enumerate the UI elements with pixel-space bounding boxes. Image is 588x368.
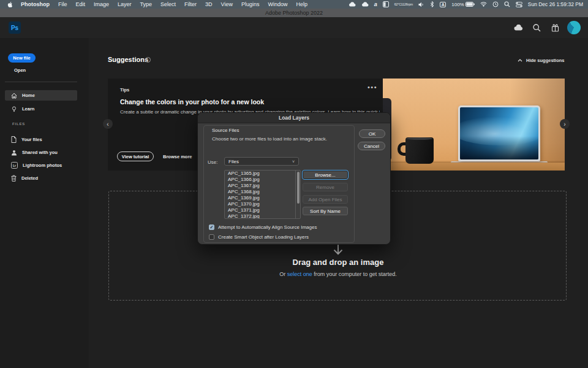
input-source-icon[interactable]: A [440, 2, 446, 7]
apple-menu-icon[interactable] [7, 1, 13, 8]
open-button[interactable]: Open [14, 67, 26, 73]
file-list-item[interactable]: APC_1370.jpg [225, 201, 300, 207]
sidebar-shared-label: Shared with you [22, 150, 58, 155]
home-icon [11, 93, 17, 99]
dropzone-heading: Drag and drop an image [109, 258, 567, 267]
dropzone-subtext: Or select one from your computer to get … [109, 271, 567, 277]
load-layers-dialog: Load Layers Source Files Choose two or m… [197, 112, 391, 245]
remove-button: Remove [303, 183, 348, 191]
sidebar-item-deleted[interactable]: Deleted [5, 173, 77, 183]
carousel-prev-button[interactable]: ‹ [103, 119, 113, 129]
cloud-icon[interactable] [361, 2, 369, 7]
menu-filter[interactable]: Filter [184, 1, 197, 7]
tips-photo [383, 79, 565, 171]
sidebar-item-home[interactable]: Home [5, 90, 77, 101]
hide-suggestions-label: Hide suggestions [526, 58, 565, 63]
window-manager-icon[interactable] [383, 1, 389, 7]
menubar-datetime[interactable]: Sun Dec 26 1:59:32 PM [528, 1, 583, 7]
use-dropdown[interactable]: Files ˅ [224, 157, 299, 166]
sidebar-lightroom-label: Lightroom photos [23, 163, 62, 168]
file-list-item[interactable]: APC_1368.jpg [225, 189, 300, 195]
spotlight-search-icon[interactable] [504, 1, 510, 7]
file-list-item[interactable]: APC_1367.jpg [225, 183, 300, 189]
lightroom-icon: Lr [11, 162, 18, 169]
dialog-instruction: Choose two or more files to load into an… [212, 136, 327, 142]
whats-new-gift-icon[interactable] [550, 23, 560, 32]
info-icon[interactable]: i [145, 57, 151, 63]
file-list-item[interactable]: APC_1369.jpg [225, 195, 300, 201]
menu-image[interactable]: Image [94, 1, 109, 7]
person-icon [11, 150, 17, 156]
temp-value: 62°C [394, 3, 401, 6]
sidebar-item-lightroom[interactable]: Lr Lightroom photos [5, 160, 77, 171]
photo-laptop [458, 105, 540, 161]
view-tutorial-button[interactable]: View tutorial [117, 151, 154, 161]
sidebar-your-files-label: Your files [21, 137, 42, 142]
menu-window[interactable]: Window [268, 1, 288, 7]
suggestions-title: Suggestions [108, 56, 148, 63]
time-machine-icon[interactable] [492, 1, 499, 7]
select-one-link[interactable]: select one [287, 271, 312, 277]
source-files-list[interactable]: APC_1365.jpg APC_1366.jpg APC_1367.jpg A… [224, 170, 301, 219]
sort-by-name-button[interactable]: Sort By Name [303, 207, 348, 215]
sidebar-learn-label: Learn [22, 106, 34, 112]
cloud-sync-icon[interactable] [349, 2, 356, 7]
carousel-next-button[interactable]: › [560, 119, 570, 129]
app-a-icon[interactable]: a [374, 1, 377, 7]
add-open-files-button: Add Open Files [303, 195, 348, 204]
file-list-scrollbar[interactable] [295, 171, 300, 218]
browse-more-button[interactable]: Browse more [163, 154, 192, 159]
scrollbar-thumb[interactable] [297, 172, 300, 204]
sidebar-item-shared[interactable]: Shared with you [5, 147, 77, 158]
sidebar-item-your-files[interactable]: Your files [5, 134, 77, 145]
browse-button[interactable]: Browse... [303, 171, 348, 179]
cancel-button[interactable]: Cancel [358, 142, 385, 150]
photo-mug [405, 137, 434, 164]
photo-laptop-display [460, 107, 538, 159]
volume-icon[interactable] [418, 2, 424, 7]
smart-object-checkbox[interactable]: Create Smart Object after Loading Layers [209, 234, 309, 240]
window-title: Adobe Photoshop 2022 [265, 10, 323, 16]
temp-fan-monitor[interactable]: 62°C 1126rpm [394, 3, 413, 6]
sidebar-divider [5, 82, 77, 82]
file-list-item[interactable]: APC_1371.jpg [225, 207, 300, 213]
menu-3d[interactable]: 3D [205, 1, 213, 7]
tips-label: Tips [120, 87, 129, 93]
menu-edit[interactable]: Edit [76, 1, 86, 7]
battery-indicator[interactable]: 100% [451, 2, 474, 7]
checkbox-checked-icon[interactable]: ✓ [209, 224, 214, 230]
dialog-titlebar[interactable]: Load Layers [198, 113, 390, 123]
lightbulb-icon [11, 106, 17, 112]
menu-select[interactable]: Select [160, 1, 176, 7]
align-source-images-checkbox[interactable]: ✓ Attempt to Automatically Align Source … [209, 224, 317, 230]
document-icon [11, 136, 17, 143]
file-list-item[interactable]: APC_1365.jpg [225, 171, 300, 177]
search-icon[interactable] [532, 23, 541, 32]
menu-file[interactable]: File [58, 1, 67, 7]
menu-type[interactable]: Type [140, 1, 153, 7]
sidebar-item-learn[interactable]: Learn [5, 104, 77, 114]
photoshop-logo: Ps [9, 21, 21, 34]
hide-suggestions-button[interactable]: Hide suggestions [518, 58, 565, 63]
cloud-documents-icon[interactable] [513, 23, 523, 32]
menu-plugins[interactable]: Plugins [241, 1, 260, 7]
sidebar-deleted-label: Deleted [21, 175, 38, 181]
menu-view[interactable]: View [221, 1, 233, 7]
menu-layer[interactable]: Layer [118, 1, 132, 7]
more-options-icon[interactable]: ••• [368, 83, 377, 91]
checkbox-unchecked-icon[interactable] [209, 234, 214, 240]
align-checkbox-label: Attempt to Automatically Align Source Im… [218, 224, 317, 230]
sidebar-home-label: Home [22, 93, 35, 98]
menubar-status-area: a 62°C 1126rpm A 100% [349, 1, 583, 7]
control-center-icon[interactable] [516, 2, 522, 7]
menu-photoshop[interactable]: Photoshop [21, 1, 50, 7]
wifi-icon[interactable] [480, 2, 487, 7]
chevron-down-icon: ˅ [292, 159, 295, 164]
new-file-button[interactable]: New file [8, 53, 36, 63]
file-list-item[interactable]: APC_1372.jpg [225, 213, 300, 219]
file-list-item[interactable]: APC_1366.jpg [225, 177, 300, 183]
bluetooth-icon[interactable] [430, 1, 434, 7]
user-avatar[interactable] [567, 21, 581, 34]
menu-help[interactable]: Help [296, 1, 308, 7]
ok-button[interactable]: OK [359, 129, 385, 138]
